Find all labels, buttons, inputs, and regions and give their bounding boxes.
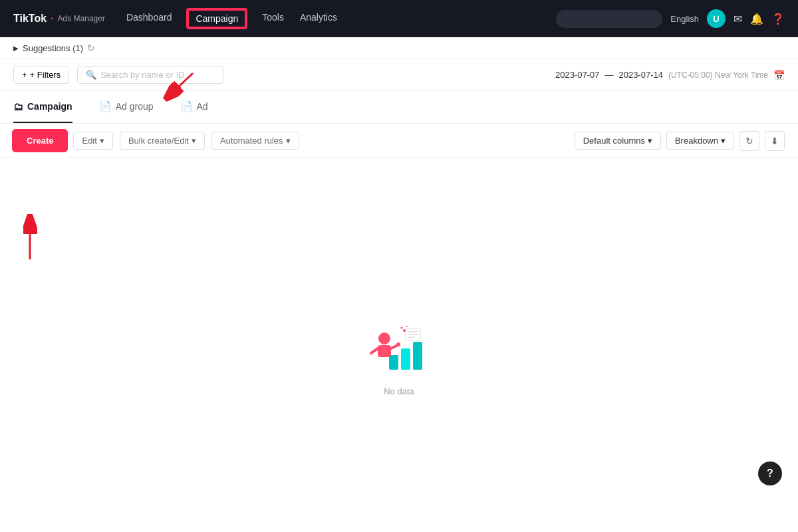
- toolbar-right: Default columns ▾ Breakdown ▾ ↻ ⬇: [575, 131, 785, 151]
- no-data-area: No data: [366, 299, 432, 396]
- filters-button[interactable]: + + Filters: [13, 66, 69, 84]
- edit-chevron-icon: ▾: [100, 136, 104, 146]
- svg-line-6: [391, 345, 398, 348]
- no-data-illustration: [366, 325, 432, 378]
- svg-point-7: [396, 342, 400, 346]
- columns-label: Default columns: [583, 136, 645, 146]
- tab-adgroup-label: Ad group: [116, 101, 154, 112]
- svg-rect-2: [413, 342, 422, 370]
- download-button[interactable]: ⬇: [765, 131, 785, 151]
- brand-ads: Ads Manager: [58, 14, 105, 23]
- download-icon: ⬇: [771, 136, 779, 146]
- nav-campaign[interactable]: Campaign: [188, 9, 246, 28]
- create-button[interactable]: Create: [13, 130, 66, 151]
- svg-rect-0: [389, 355, 398, 370]
- rules-label: Automated rules: [220, 136, 283, 146]
- svg-rect-1: [401, 348, 410, 370]
- language-selector[interactable]: English: [670, 14, 699, 24]
- refresh-table-button[interactable]: ↻: [739, 131, 759, 151]
- automated-rules-button[interactable]: Automated rules ▾: [211, 132, 299, 150]
- brand-tiktok: TikTok: [13, 13, 47, 25]
- svg-point-14: [406, 326, 408, 327]
- date-range: 2023-07-07 — 2023-07-14 (UTC-05:00) New …: [555, 70, 785, 80]
- toolbar: Create Edit ▾ Bulk create/Edit ▾ Automat…: [0, 124, 798, 158]
- columns-chevron-icon: ▾: [648, 136, 652, 146]
- search-icon: 🔍: [86, 70, 96, 80]
- svg-line-5: [371, 348, 378, 353]
- date-separator: —: [604, 70, 613, 80]
- nav-dashboard[interactable]: Dashboard: [126, 9, 172, 28]
- nav-links: Dashboard Campaign Tools Analytics: [126, 9, 535, 28]
- nav-tools[interactable]: Tools: [262, 9, 284, 28]
- date-start: 2023-07-07: [555, 70, 600, 80]
- brand-dot: ·: [51, 13, 53, 25]
- edit-button[interactable]: Edit ▾: [73, 132, 112, 150]
- tab-adgroup[interactable]: 📄 Ad group: [99, 91, 154, 123]
- svg-point-3: [378, 332, 390, 344]
- filter-plus-icon: +: [22, 70, 27, 80]
- search-input-wrapper[interactable]: 🔍 Search by name or ID: [77, 66, 223, 84]
- suggestions-arrow: ▶: [13, 45, 19, 52]
- breakdown-chevron-icon: ▾: [721, 136, 726, 146]
- bulk-chevron-icon: ▾: [192, 136, 196, 146]
- nav-analytics[interactable]: Analytics: [300, 9, 337, 28]
- tab-campaign[interactable]: 🗂 Campaign: [13, 92, 72, 123]
- ad-tab-icon: 📄: [180, 100, 193, 112]
- tab-ad-label: Ad: [197, 101, 208, 112]
- avatar[interactable]: U: [707, 9, 726, 28]
- main-content: No data: [0, 158, 798, 532]
- campaign-tab-icon: 🗂: [13, 101, 23, 112]
- top-navigation: TikTok · Ads Manager Dashboard Campaign …: [0, 0, 798, 37]
- help-icon[interactable]: ❓: [771, 13, 785, 25]
- rules-chevron-icon: ▾: [286, 136, 291, 146]
- brand-logo: TikTok · Ads Manager: [13, 13, 105, 25]
- tab-ad[interactable]: 📄 Ad: [180, 91, 208, 123]
- no-data-text: No data: [384, 386, 414, 396]
- svg-point-13: [401, 327, 403, 329]
- default-columns-button[interactable]: Default columns ▾: [575, 132, 661, 150]
- suggestions-label: Suggestions (1): [23, 43, 83, 53]
- tab-campaign-label: Campaign: [27, 101, 72, 112]
- suggestions-bar: ▶ Suggestions (1) ↻: [0, 37, 798, 59]
- nav-search-input[interactable]: [556, 10, 662, 28]
- timezone-label: (UTC-05:00) New York Time: [668, 70, 768, 80]
- refresh-table-icon: ↻: [745, 136, 753, 146]
- calendar-icon[interactable]: 📅: [773, 70, 785, 80]
- breakdown-button[interactable]: Breakdown ▾: [666, 132, 734, 150]
- nav-right: English U ✉ 🔔 ❓: [556, 9, 785, 28]
- adgroup-tab-icon: 📄: [99, 100, 112, 112]
- date-end: 2023-07-14: [618, 70, 663, 80]
- filter-bar: + + Filters 🔍 Search by name or ID 2023-…: [0, 59, 798, 91]
- bulk-label: Bulk create/Edit: [128, 136, 189, 146]
- help-bubble-button[interactable]: ?: [758, 462, 782, 485]
- filters-label: + Filters: [30, 70, 61, 80]
- bell-icon[interactable]: 🔔: [750, 13, 763, 25]
- edit-label: Edit: [82, 136, 96, 146]
- breakdown-label: Breakdown: [675, 136, 718, 146]
- svg-point-12: [403, 329, 406, 332]
- tab-bar: 🗂 Campaign 📄 Ad group 📄 Ad: [0, 91, 798, 124]
- mail-icon[interactable]: ✉: [733, 13, 742, 25]
- search-placeholder: Search by name or ID: [100, 70, 184, 80]
- bulk-create-edit-button[interactable]: Bulk create/Edit ▾: [120, 132, 205, 150]
- refresh-icon[interactable]: ↻: [87, 43, 95, 53]
- svg-rect-4: [378, 345, 391, 357]
